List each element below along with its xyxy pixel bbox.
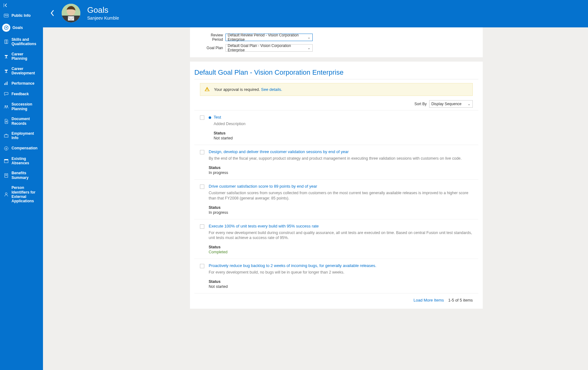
svg-rect-3 (6, 16, 8, 16)
goal-description: For every development build, no bugs wil… (209, 270, 473, 275)
filter-panel: Review Period Default Review Period - Vi… (190, 27, 483, 57)
sidebar-item-career-planning[interactable]: Career Planning (0, 49, 43, 64)
page-title: Goals (87, 6, 119, 15)
goal-description: Added Description (214, 121, 473, 127)
goal-row: Drive customer satisfaction score to 89 … (194, 179, 478, 219)
avatar (62, 4, 80, 22)
chevron-down-icon: ⌄ (307, 35, 311, 40)
svg-rect-6 (4, 83, 5, 85)
sidebar-item-performance[interactable]: Performance (0, 78, 43, 89)
sidebar-item-goals[interactable]: Goals (0, 21, 43, 35)
sidebar-item-label: Public Info (12, 13, 31, 18)
svg-rect-12 (6, 121, 7, 122)
benefits-icon (3, 173, 9, 178)
svg-rect-13 (6, 122, 7, 122)
goal-row: Proactively reduce bug backlog to 2 week… (194, 259, 478, 293)
sidebar-item-label: Employment Info (12, 131, 40, 140)
back-button[interactable] (48, 9, 57, 17)
goal-title-link[interactable]: Test (214, 115, 221, 119)
goal-list: TestAdded DescriptionStatusNot startedDe… (194, 110, 478, 293)
svg-point-10 (7, 105, 8, 107)
goal-row: Execute 100% of unit tests every build w… (194, 219, 478, 259)
goal-checkbox[interactable] (200, 185, 204, 189)
svg-rect-28 (207, 90, 207, 91)
sidebar-item-person-identifiers-for-external-applications[interactable]: Person Identifiers for External Applicat… (0, 183, 43, 206)
sidebar-item-label: Performance (12, 81, 34, 86)
goal-title-link[interactable]: Design, develop and deliver three custom… (209, 149, 349, 154)
sidebar-item-compensation[interactable]: $Compensation (0, 143, 43, 154)
chevron-down-icon: ⌄ (467, 102, 471, 106)
chevron-left-icon (50, 9, 55, 17)
sidebar-item-career-development[interactable]: Career Development (0, 64, 43, 78)
sort-by-value: Display Sequence (431, 102, 462, 106)
goal-title-link[interactable]: Proactively reduce bug backlog to 2 week… (209, 263, 376, 268)
lectern-icon (3, 54, 9, 59)
doc-icon (3, 119, 9, 124)
goal-plan-panel: Default Goal Plan - Vision Corporation E… (190, 62, 483, 309)
svg-rect-14 (4, 135, 8, 137)
main-area: Goals Sanjeev Kumble Review Period Defau… (43, 0, 588, 370)
alert-text: Your approval is required. (214, 87, 261, 92)
people-icon (3, 104, 9, 109)
sidebar-item-label: Document Records (12, 117, 40, 126)
briefcase-icon (3, 133, 9, 138)
lectern2-icon (3, 68, 9, 73)
svg-point-1 (5, 15, 6, 16)
status-value: Not started (209, 284, 473, 289)
sidebar-item-label: Feedback (12, 92, 29, 96)
sidebar-item-feedback[interactable]: Feedback (0, 89, 43, 99)
approval-alert: Your approval is required. See details. (200, 83, 473, 96)
review-period-select[interactable]: Default Review Period - Vision Corporati… (225, 34, 313, 41)
see-details-link[interactable]: See details. (261, 87, 282, 92)
sidebar-item-benefits-summary[interactable]: Benefits Summary (0, 168, 43, 183)
target-icon (2, 24, 10, 32)
review-period-value: Default Review Period - Vision Corporati… (228, 33, 307, 42)
item-counter: 1-5 of 5 items (448, 298, 473, 302)
goal-description: Customer satisfaction scores from survey… (209, 190, 473, 201)
sidebar-item-skills-and-qualifications[interactable]: Skills and Qualifications (0, 35, 43, 49)
sidebar-item-label: Career Development (12, 67, 40, 76)
sidebar-item-employment-info[interactable]: Employment Info (0, 129, 43, 143)
goal-plan-select[interactable]: Default Goal Plan - Vision Corporation E… (225, 44, 313, 52)
book-icon (3, 39, 9, 44)
goal-title-link[interactable]: Drive customer satisfaction score to 89 … (209, 184, 317, 189)
goal-checkbox[interactable] (200, 115, 204, 120)
goal-description: By the end of the fiscal year, support p… (209, 156, 473, 161)
goal-plan-value: Default Goal Plan - Vision Corporation E… (228, 44, 307, 52)
status-value: In progress (209, 171, 473, 175)
goal-title-link[interactable]: Execute 100% of unit tests every build w… (209, 224, 319, 228)
status-label: Status (209, 205, 473, 210)
goal-description: For every new development build during c… (209, 230, 473, 241)
goal-row: TestAdded DescriptionStatusNot started (194, 110, 478, 145)
status-label: Status (209, 279, 473, 284)
svg-point-9 (5, 105, 6, 107)
sidebar-item-public-info[interactable]: Public Info (0, 10, 43, 21)
status-value: Not started (214, 136, 473, 140)
goal-checkbox[interactable] (200, 264, 204, 268)
goal-plan-label: Goal Plan (199, 46, 223, 50)
sidebar-item-existing-absences[interactable]: Existing Absences (0, 154, 43, 168)
page-subtitle: Sanjeev Kumble (87, 16, 119, 21)
sort-by-select[interactable]: Display Sequence ⌄ (429, 100, 473, 108)
page-header: Goals Sanjeev Kumble (43, 0, 588, 27)
svg-point-22 (5, 193, 7, 194)
sidebar-item-succession-planning[interactable]: Succession Planning (0, 99, 43, 114)
svg-rect-21 (5, 175, 7, 176)
load-more-link[interactable]: Load More Items (414, 298, 444, 302)
list-footer: Load More Items 1-5 of 5 items (194, 293, 478, 302)
svg-rect-27 (207, 89, 207, 90)
sidebar-item-label: Person Identifiers for External Applicat… (12, 185, 40, 204)
sidebar-item-label: Compensation (12, 146, 37, 150)
goal-checkbox[interactable] (200, 150, 204, 154)
plan-title: Default Goal Plan - Vision Corporation E… (194, 68, 478, 79)
sidebar: Public InfoGoalsSkills and Qualification… (0, 0, 43, 370)
status-value: Completed (209, 250, 473, 254)
goal-checkbox[interactable] (200, 224, 204, 229)
collapse-sidebar-button[interactable] (0, 2, 43, 10)
sidebar-item-document-records[interactable]: Document Records (0, 114, 43, 129)
id-icon (3, 192, 9, 197)
status-dot-icon (209, 116, 211, 119)
svg-point-5 (6, 27, 7, 28)
status-label: Status (209, 166, 473, 170)
sidebar-item-label: Skills and Qualifications (12, 37, 40, 46)
